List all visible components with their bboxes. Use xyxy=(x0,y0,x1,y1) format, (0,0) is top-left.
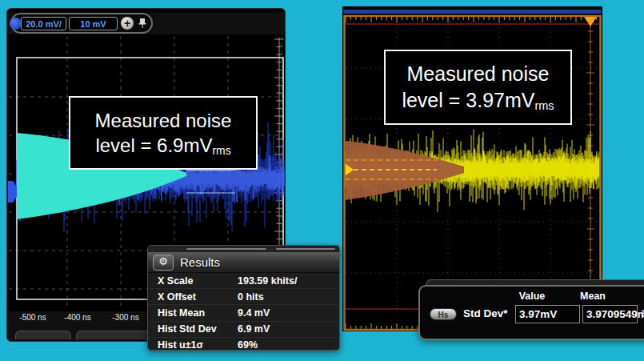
result-row: Hist u±1σ 69% xyxy=(148,338,339,354)
annotation-line2: level = 3.97mVrms xyxy=(402,87,554,114)
channel-button[interactable] xyxy=(10,18,22,30)
measurement-panel-body: Value Mean Hs Std Dev* 3.97mV 3.9709549m… xyxy=(418,285,644,340)
results-panel-header: ⚙ Results xyxy=(148,252,339,273)
measurement-name: Std Dev* xyxy=(463,307,508,319)
result-value: 69% xyxy=(238,339,258,351)
measurement-mean-cell: 3.9709549m xyxy=(582,305,638,323)
result-value: 9.4 mV xyxy=(238,307,270,319)
measurement-value-cell: 3.97mV xyxy=(515,305,580,323)
time-tick-label: -300 ns xyxy=(106,313,145,322)
result-label: Hist Mean xyxy=(148,307,238,319)
time-tick-label: -500 ns xyxy=(14,313,52,322)
results-rows: X Scale 193.59 khits/ X Offset 0 hits Hi… xyxy=(148,273,339,354)
right-noise-annotation: Measured noise level = 3.97mVrms xyxy=(384,50,572,125)
pin-icon[interactable] xyxy=(137,17,148,30)
result-label: Hist u±1σ xyxy=(148,339,238,351)
channel-ground-marker-icon[interactable] xyxy=(8,181,17,203)
histogram-source-badge[interactable]: Hs xyxy=(430,308,457,320)
result-label: X Offset xyxy=(148,291,238,303)
bottom-softkey-tab[interactable] xyxy=(76,331,151,339)
vertical-offset-field[interactable]: 10 mV xyxy=(69,17,118,30)
annotation-line1: Measured noise xyxy=(95,108,232,133)
annotation-line1: Measured noise xyxy=(407,61,550,87)
result-row: X Scale 193.59 khits/ xyxy=(148,273,339,289)
column-header-value: Value xyxy=(500,291,564,302)
bottom-softkey-tab[interactable] xyxy=(15,331,71,339)
result-label: Hist Std Dev xyxy=(148,323,238,335)
result-value: 0 hits xyxy=(238,291,264,303)
results-panel-title: Results xyxy=(180,255,220,269)
trigger-marker-icon[interactable] xyxy=(584,17,597,26)
result-row: Hist Std Dev 6.9 mV xyxy=(148,322,339,338)
time-tick-label: -400 ns xyxy=(58,313,97,322)
vertical-scale-field[interactable]: 20.0 mV/ xyxy=(21,17,66,30)
left-scope-channel-toolbar: 20.0 mV/ 10 mV + xyxy=(10,13,153,34)
left-noise-annotation: Measured noise level = 6.9mVrms xyxy=(69,96,258,170)
annotation-line2: level = 6.9mVrms xyxy=(95,133,230,158)
gear-icon[interactable]: ⚙ xyxy=(153,255,174,271)
top-status-bar xyxy=(344,10,601,14)
column-header-mean: Mean xyxy=(561,291,625,302)
result-label: X Scale xyxy=(148,275,238,287)
zoom-add-icon[interactable]: + xyxy=(121,17,134,30)
rms-subscript: rms xyxy=(212,144,230,157)
results-panel-grip[interactable] xyxy=(148,246,339,252)
result-row: X Offset 0 hits xyxy=(148,289,339,305)
results-panel: ⚙ Results X Scale 193.59 khits/ X Offset… xyxy=(147,245,340,351)
result-value: 193.59 khits/ xyxy=(238,275,297,287)
result-row: Hist Mean 9.4 mV xyxy=(148,305,339,321)
rms-subscript: rms xyxy=(534,99,554,112)
measurement-panel: Value Mean Hs Std Dev* 3.97mV 3.9709549m… xyxy=(418,279,644,342)
screenshot-canvas: 20.0 mV/ 10 mV + Measured noise level = … xyxy=(0,0,644,361)
result-value: 6.9 mV xyxy=(238,323,270,335)
